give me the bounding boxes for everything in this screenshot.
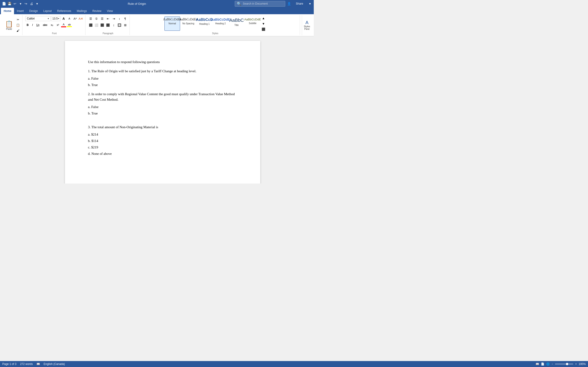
q1-answer-a: a. False: [88, 76, 237, 81]
underline-dropdown-icon[interactable]: ▾: [38, 24, 40, 26]
undo-dropdown-icon[interactable]: ▾: [18, 2, 23, 6]
tab-layout[interactable]: Layout: [41, 8, 54, 14]
search-input[interactable]: [243, 2, 283, 5]
highlight-button[interactable]: ab: [67, 23, 72, 27]
title-bar: 📄 💾 ↩ ▾ ↪ 🖨 ▾ Rule of Origin 🔍 👤 Share ▾: [0, 0, 314, 7]
q1-a-text: False: [91, 77, 99, 80]
styles-pane-icon: A: [305, 20, 309, 25]
share-button[interactable]: Share: [293, 1, 306, 6]
multilevel-list-button[interactable]: ☰: [100, 16, 105, 21]
align-center-button[interactable]: ⬜: [94, 23, 99, 27]
user-icon[interactable]: 👤: [287, 2, 291, 6]
q2-answer-b: b. True: [88, 110, 237, 116]
style-heading2[interactable]: AaBbCcDdE Heading 2: [213, 17, 228, 31]
search-box[interactable]: 🔍: [235, 1, 285, 7]
document-area: Use this information to respond followin…: [0, 36, 314, 184]
cut-button[interactable]: ✂: [15, 17, 20, 22]
increase-indent-button[interactable]: ⇥: [111, 16, 116, 21]
q1-number: 1.: [88, 69, 91, 73]
style-no-spacing[interactable]: AaBbCcDdEe No Spacing: [181, 17, 196, 31]
ribbon-toggle-icon[interactable]: ▾: [308, 2, 312, 6]
q1-answer-b: b. True: [88, 82, 237, 88]
justify-button[interactable]: ⬛: [105, 23, 111, 27]
style-title[interactable]: AaBbC Title: [229, 17, 244, 31]
styles-more-button[interactable]: ⬛: [261, 27, 266, 32]
font-size-selector[interactable]: 13.5 ▾: [51, 16, 61, 21]
search-icon: 🔍: [237, 2, 242, 6]
undo-icon[interactable]: ↩: [13, 2, 17, 6]
spacer: [88, 117, 237, 123]
underline-button[interactable]: U ▾: [35, 23, 41, 27]
left-ruler: [0, 36, 11, 184]
font-name-dropdown-icon[interactable]: ▾: [48, 17, 49, 20]
tab-review[interactable]: Review: [90, 8, 104, 14]
customize-icon[interactable]: ▾: [35, 2, 39, 6]
shading-button[interactable]: 🔲: [117, 23, 122, 27]
font-color-button[interactable]: A: [61, 23, 66, 27]
bold-button[interactable]: B: [25, 23, 30, 27]
borders-button[interactable]: ⊞: [123, 23, 128, 27]
font-shrink-button[interactable]: A: [67, 16, 72, 21]
align-right-button[interactable]: ⬛: [100, 23, 105, 27]
style-nospacing-preview: AaBbCcDdEe: [179, 18, 198, 21]
tab-design[interactable]: Design: [26, 8, 40, 14]
tab-insert[interactable]: Insert: [14, 8, 26, 14]
styles-pane-label: Styles Pane: [304, 25, 310, 30]
style-title-label: Title: [234, 24, 239, 26]
tab-references[interactable]: References: [54, 8, 74, 14]
q2-a-text: False: [91, 105, 99, 109]
title-bar-left: 📄 💾 ↩ ▾ ↪ 🖨 ▾: [2, 2, 39, 6]
q2-answer-a: a. False: [88, 104, 237, 110]
style-heading1[interactable]: AaBbCcD Heading 1: [197, 17, 212, 31]
format-painter-button[interactable]: 🖌: [15, 28, 20, 33]
font-grow-button[interactable]: A: [61, 16, 66, 21]
decrease-indent-button[interactable]: ⇤: [105, 16, 111, 21]
style-heading1-preview: AaBbCcD: [196, 18, 213, 22]
subscript-button[interactable]: x₂: [49, 23, 55, 27]
bullet-list-button[interactable]: ☰: [88, 16, 93, 21]
redo-icon[interactable]: ↪: [24, 2, 28, 6]
style-normal[interactable]: AaBbCcDdEe Normal: [164, 17, 180, 31]
clipboard-group: 📋 Paste ✂ 📋 🖌: [2, 15, 23, 35]
word-icon: 📄: [2, 2, 6, 6]
styles-scroll-down-button[interactable]: ▼: [261, 21, 266, 26]
q3-number: 3.: [88, 125, 91, 129]
styles-scroll-up-button[interactable]: ▲: [261, 16, 266, 21]
style-subtitle[interactable]: AaBbCcDdE Subtitle: [245, 17, 260, 31]
page-container[interactable]: Use this information to respond followin…: [11, 36, 314, 184]
sort-button[interactable]: ↕: [117, 16, 122, 21]
show-formatting-button[interactable]: ¶: [123, 16, 128, 21]
clear-formatting-button[interactable]: A✕: [78, 16, 83, 21]
style-normal-label: Normal: [169, 22, 176, 25]
paragraph-group-label: Paragraph: [103, 32, 113, 35]
font-size-dropdown-icon[interactable]: ▾: [58, 17, 59, 20]
font-size-value: 13.5: [52, 17, 58, 20]
superscript-button[interactable]: x²: [55, 23, 61, 27]
tab-home[interactable]: Home: [1, 8, 14, 14]
q3-c-letter: c.: [88, 145, 91, 149]
font-name-selector[interactable]: Calibri ▾: [25, 16, 51, 21]
italic-button[interactable]: I: [31, 23, 34, 27]
font-color-icon: A: [63, 23, 65, 26]
change-case-button[interactable]: Aᵃ: [73, 16, 78, 21]
font-color-indicator: [61, 26, 66, 27]
print-icon[interactable]: 🖨: [29, 2, 34, 6]
question-2: 2. In order to comply with Regional Valu…: [88, 91, 237, 102]
q3-b-text: $114: [91, 139, 98, 143]
tab-view[interactable]: View: [104, 8, 116, 14]
styles-grid: AaBbCcDdEe Normal AaBbCcDdEe No Spacing …: [164, 17, 260, 31]
tab-mailings[interactable]: Mailings: [74, 8, 90, 14]
style-normal-preview: AaBbCcDdEe: [163, 18, 182, 21]
style-heading1-label: Heading 1: [199, 23, 210, 25]
q3-answer-c: c. $219: [88, 144, 237, 150]
copy-button[interactable]: 📋: [15, 23, 20, 28]
strikethrough-button[interactable]: abc: [42, 23, 49, 27]
paste-button[interactable]: 📋 Paste: [4, 19, 15, 31]
line-spacing-button[interactable]: ↕: [111, 23, 116, 27]
style-heading2-preview: AaBbCcDdE: [211, 18, 230, 21]
numbered-list-button[interactable]: ①: [94, 16, 99, 21]
q1-b-letter: b.: [88, 83, 91, 87]
styles-pane-button[interactable]: A Styles Pane: [302, 15, 312, 35]
align-left-button[interactable]: ⬛: [88, 23, 93, 27]
save-icon[interactable]: 💾: [7, 2, 11, 6]
